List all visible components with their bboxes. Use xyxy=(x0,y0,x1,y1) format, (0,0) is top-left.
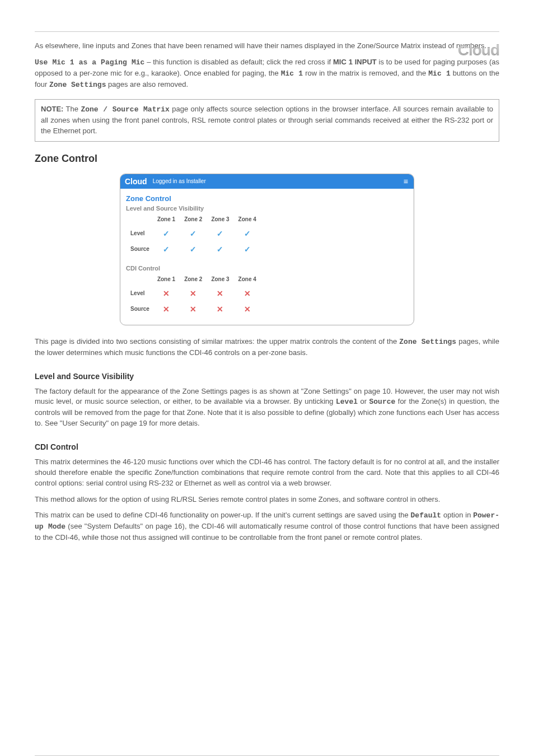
cross-cell[interactable]: ✕ xyxy=(153,286,180,301)
cross-icon: ✕ xyxy=(217,305,223,314)
level-code: Level xyxy=(336,398,358,406)
text: This page is divided into two sections c… xyxy=(35,337,399,346)
tick-cell[interactable]: ✓ xyxy=(153,241,180,257)
heading-zone-control: Zone Control xyxy=(35,153,499,165)
screenshot: Cloud Logged in as Installer ≡ Zone Cont… xyxy=(120,174,414,325)
hamburger-icon[interactable]: ≡ xyxy=(404,177,408,186)
cross-icon: ✕ xyxy=(244,305,251,314)
check-icon: ✓ xyxy=(163,245,170,254)
mic1-code: Mic 1 xyxy=(281,69,303,78)
cloud-logo-text: Cloud xyxy=(458,41,499,59)
text: – this function is disabled as default; … xyxy=(144,58,333,66)
paragraph-use-mic: Use Mic 1 as a Paging Mic – this functio… xyxy=(35,57,499,91)
cross-cell[interactable]: ✕ xyxy=(180,301,207,317)
col-header: Zone 1 xyxy=(153,273,180,286)
cross-icon: ✕ xyxy=(190,289,196,298)
text: This matrix can be used to define CDI-46… xyxy=(35,511,411,519)
zone-settings-code: Zone Settings xyxy=(399,338,456,346)
mic1-input-bold: MIC 1 INPUT xyxy=(333,58,377,66)
text: pages are also removed. xyxy=(106,80,188,88)
empty-header xyxy=(126,273,153,286)
cross-cell[interactable]: ✕ xyxy=(207,301,233,317)
check-icon: ✓ xyxy=(190,229,196,238)
visibility-matrix: Zone 1 Zone 2 Zone 3 Zone 4 Level ✓ ✓ ✓ … xyxy=(126,213,261,257)
logged-in-text: Logged in as Installer xyxy=(153,178,206,184)
row-label: Source xyxy=(126,241,153,257)
tick-cell[interactable]: ✓ xyxy=(207,241,233,257)
zone-source-matrix-code: Zone / Source Matrix xyxy=(81,105,169,114)
cross-icon: ✕ xyxy=(163,305,170,314)
note-box: NOTE: The Zone / Source Matrix page only… xyxy=(35,99,499,142)
col-header: Zone 2 xyxy=(180,213,207,226)
text: option in xyxy=(441,511,473,519)
check-icon: ✓ xyxy=(163,229,170,238)
check-icon: ✓ xyxy=(190,245,196,254)
check-icon: ✓ xyxy=(217,229,223,238)
zone-settings-code: Zone Settings xyxy=(49,81,106,89)
tick-cell[interactable]: ✓ xyxy=(180,226,207,241)
cross-icon: ✕ xyxy=(190,305,196,314)
text: The xyxy=(63,105,81,113)
text: (see "System Defaults" on page 16), the … xyxy=(35,522,499,542)
default-code: Default xyxy=(411,511,442,520)
check-icon: ✓ xyxy=(244,229,251,238)
cdi-matrix: Zone 1 Zone 2 Zone 3 Zone 4 Level ✕ ✕ ✕ … xyxy=(126,273,261,317)
check-icon: ✓ xyxy=(217,245,223,254)
top-rule xyxy=(35,31,499,32)
heading-cdi-control: CDI Control xyxy=(35,442,499,451)
screenshot-subtitle-cdi: CDI Control xyxy=(126,265,408,272)
cross-cell[interactable]: ✕ xyxy=(234,301,261,317)
col-header: Zone 3 xyxy=(207,213,233,226)
col-header: Zone 1 xyxy=(153,213,180,226)
matrix-row: Source ✕ ✕ ✕ ✕ xyxy=(126,301,261,317)
mic1-code2: Mic 1 xyxy=(428,69,450,78)
note-label: NOTE: xyxy=(41,105,63,113)
matrix-header-row: Zone 1 Zone 2 Zone 3 Zone 4 xyxy=(126,273,261,286)
page-logo: Cloud xyxy=(458,41,499,59)
cross-cell[interactable]: ✕ xyxy=(180,286,207,301)
paragraph-visibility: The factory default for the appearance o… xyxy=(35,386,499,429)
row-label: Level xyxy=(126,286,153,301)
screenshot-subtitle-visibility: Level and Source Visibility xyxy=(126,205,408,212)
matrix-row: Source ✓ ✓ ✓ ✓ xyxy=(126,241,261,257)
screenshot-body: Zone Control Level and Source Visibility… xyxy=(120,189,414,325)
tick-cell[interactable]: ✓ xyxy=(207,226,233,241)
col-header: Zone 3 xyxy=(207,273,233,286)
col-header: Zone 4 xyxy=(234,213,261,226)
cross-cell[interactable]: ✕ xyxy=(153,301,180,317)
matrix-row: Level ✕ ✕ ✕ ✕ xyxy=(126,286,261,301)
source-code: Source xyxy=(369,398,396,406)
tick-cell[interactable]: ✓ xyxy=(234,226,261,241)
empty-header xyxy=(126,213,153,226)
matrix-row: Level ✓ ✓ ✓ ✓ xyxy=(126,226,261,241)
text: row in the matrix is removed, and the xyxy=(303,69,428,77)
tick-cell[interactable]: ✓ xyxy=(234,241,261,257)
cross-cell[interactable]: ✕ xyxy=(234,286,261,301)
cross-icon: ✕ xyxy=(163,289,170,298)
paragraph-cdi-1: This matrix determines the 46-120 music … xyxy=(35,457,499,489)
use-mic-code: Use Mic 1 as a Paging Mic xyxy=(35,58,144,67)
check-icon: ✓ xyxy=(244,245,251,254)
screenshot-wrap: Cloud Logged in as Installer ≡ Zone Cont… xyxy=(35,174,499,325)
cross-cell[interactable]: ✕ xyxy=(207,286,233,301)
cross-icon: ✕ xyxy=(244,289,251,298)
tick-cell[interactable]: ✓ xyxy=(180,241,207,257)
paragraph-cdi-2: This method allows for the option of usi… xyxy=(35,494,499,505)
col-header: Zone 4 xyxy=(234,273,261,286)
screenshot-logo: Cloud xyxy=(125,177,147,186)
tick-cell[interactable]: ✓ xyxy=(153,226,180,241)
paragraph-intro: As elsewhere, line inputs and Zones that… xyxy=(35,41,499,52)
row-label: Level xyxy=(126,226,153,241)
col-header: Zone 2 xyxy=(180,273,207,286)
row-label: Source xyxy=(126,301,153,317)
heading-level-source-visibility: Level and Source Visibility xyxy=(35,372,499,381)
screenshot-header: Cloud Logged in as Installer ≡ xyxy=(120,174,414,189)
matrix-header-row: Zone 1 Zone 2 Zone 3 Zone 4 xyxy=(126,213,261,226)
screenshot-title: Zone Control xyxy=(126,194,408,203)
paragraph-cdi-3: This matrix can be used to define CDI-46… xyxy=(35,510,499,543)
text: or xyxy=(358,397,369,405)
paragraph-after-screenshot: This page is divided into two sections c… xyxy=(35,337,499,358)
cross-icon: ✕ xyxy=(217,289,223,298)
